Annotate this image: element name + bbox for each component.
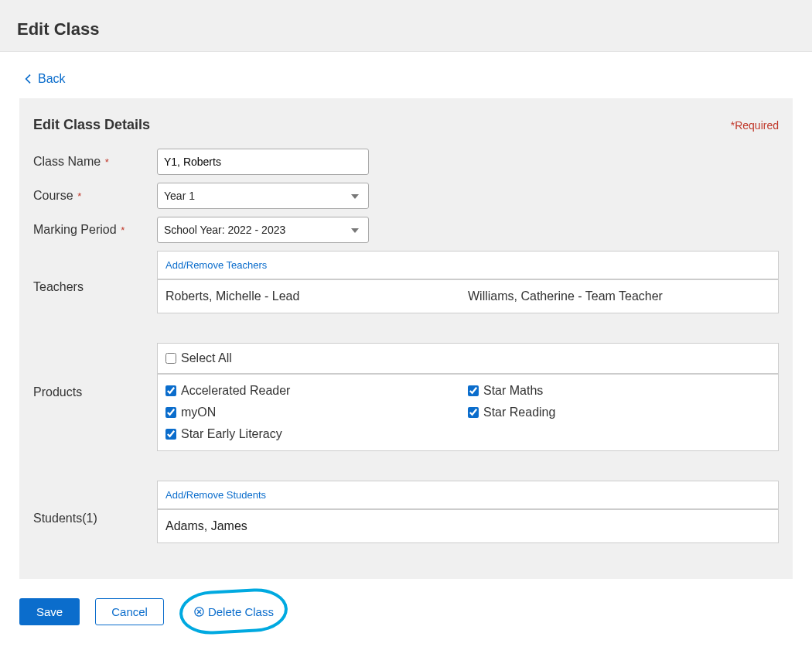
teacher-item: Williams, Catherine - Team Teacher <box>468 289 770 303</box>
product-checkbox[interactable] <box>165 407 176 418</box>
label-marking-period: Marking Period * <box>33 217 157 243</box>
student-item: Adams, James <box>165 519 247 532</box>
product-checkbox[interactable] <box>165 385 176 396</box>
add-remove-students-link[interactable]: Add/Remove Students <box>158 481 778 510</box>
class-name-input[interactable] <box>157 149 369 175</box>
row-products: Products Select All Accelerated Reader m… <box>33 343 779 451</box>
header-bar: Edit Class <box>0 0 812 52</box>
actions-bar: Save Cancel Delete Class <box>19 590 793 633</box>
back-link[interactable]: Back <box>22 72 66 86</box>
edit-class-panel: Edit Class Details *Required Class Name … <box>19 98 793 579</box>
label-course: Course * <box>33 183 157 209</box>
teachers-box: Add/Remove Teachers Roberts, Michelle - … <box>157 251 779 313</box>
course-dropdown[interactable]: Year 1 <box>157 183 369 209</box>
label-class-name: Class Name * <box>33 149 157 175</box>
delete-class-button[interactable]: Delete Class <box>193 605 274 618</box>
product-checkbox[interactable] <box>165 429 176 440</box>
row-teachers: Teachers Add/Remove Teachers Roberts, Mi… <box>33 251 779 313</box>
delete-class-label: Delete Class <box>208 605 274 618</box>
save-button[interactable]: Save <box>19 598 80 625</box>
row-class-name: Class Name * <box>33 149 779 175</box>
products-col-1: Accelerated Reader myON Star Early Liter… <box>165 384 468 441</box>
select-all-row: Select All <box>158 344 778 375</box>
products-box: Select All Accelerated Reader myON Star … <box>157 343 779 451</box>
required-indicator: *Required <box>731 119 779 132</box>
product-checkbox[interactable] <box>468 407 479 418</box>
products-col-2: Star Maths Star Reading <box>468 384 770 441</box>
row-marking-period: Marking Period * School Year: 2022 - 202… <box>33 217 779 243</box>
select-all-label: Select All <box>181 351 232 365</box>
product-item[interactable]: myON <box>165 406 468 419</box>
product-item[interactable]: Star Maths <box>468 384 770 398</box>
panel-title: Edit Class Details <box>33 117 150 133</box>
label-students: Students(1) <box>33 481 157 543</box>
chevron-left-icon <box>22 73 35 85</box>
product-item[interactable]: Star Early Literacy <box>165 427 468 441</box>
marking-period-dropdown[interactable]: School Year: 2022 - 2023 <box>157 217 369 243</box>
label-products: Products <box>33 343 157 451</box>
product-checkbox[interactable] <box>468 385 479 396</box>
select-all-checkbox[interactable] <box>165 353 176 364</box>
product-item[interactable]: Star Reading <box>468 406 770 419</box>
panel-header: Edit Class Details *Required <box>33 117 779 133</box>
delete-class-highlight-wrap: Delete Class <box>179 590 288 633</box>
back-label: Back <box>38 72 66 86</box>
students-box: Add/Remove Students Adams, James <box>157 481 779 543</box>
cancel-button[interactable]: Cancel <box>95 598 164 625</box>
container: Back Edit Class Details *Required Class … <box>0 52 812 664</box>
students-list: Adams, James <box>158 510 778 542</box>
products-grid: Accelerated Reader myON Star Early Liter… <box>158 375 778 450</box>
row-students: Students(1) Add/Remove Students Adams, J… <box>33 481 779 543</box>
product-item[interactable]: Accelerated Reader <box>165 384 468 398</box>
add-remove-teachers-link[interactable]: Add/Remove Teachers <box>158 252 778 280</box>
teacher-item: Roberts, Michelle - Lead <box>165 289 468 303</box>
label-teachers: Teachers <box>33 251 157 313</box>
teachers-list: Roberts, Michelle - Lead Williams, Cathe… <box>158 280 778 313</box>
page-title: Edit Class <box>17 19 795 39</box>
delete-icon <box>193 606 205 618</box>
row-course: Course * Year 1 <box>33 183 779 209</box>
